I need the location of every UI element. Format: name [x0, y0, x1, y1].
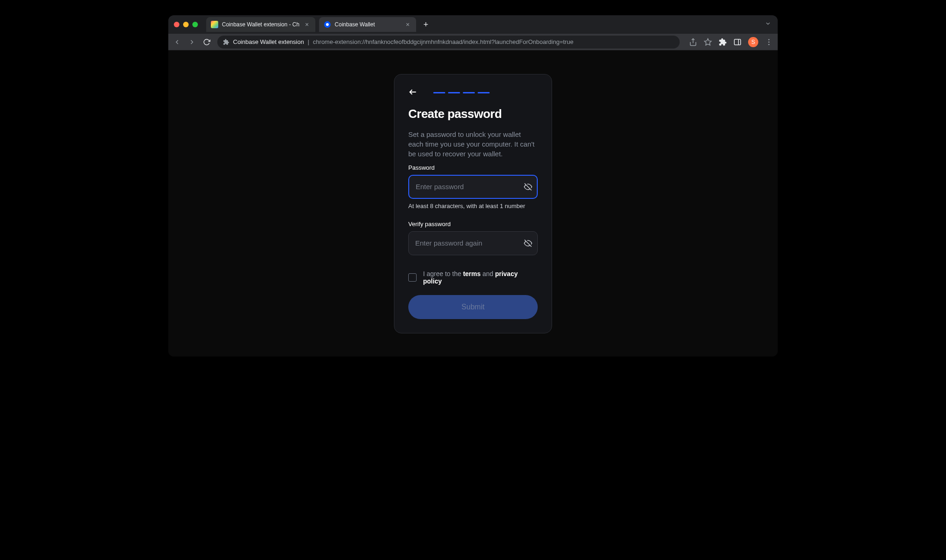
url-field[interactable]: Coinbase Wallet extension | chrome-exten…: [217, 36, 680, 49]
window-minimize-button[interactable]: [183, 22, 189, 27]
progress-step: [463, 92, 475, 93]
tab-title: Coinbase Wallet: [335, 21, 400, 28]
browser-tab-coinbase[interactable]: Coinbase Wallet ×: [319, 17, 416, 32]
content-area: Create password Set a password to unlock…: [168, 50, 778, 357]
addr-bar-actions: S: [686, 37, 773, 47]
extensions-icon[interactable]: [719, 38, 727, 46]
url-path: chrome-extension://hnfanknocfeofbddgcijn…: [313, 38, 573, 45]
star-icon[interactable]: [704, 38, 712, 46]
agree-prefix: I agree to the: [423, 270, 463, 277]
chrome-store-favicon-icon: [211, 21, 218, 28]
verify-password-input[interactable]: [408, 231, 538, 255]
url-site-title: Coinbase Wallet extension: [233, 38, 304, 45]
window-controls: [174, 22, 198, 27]
agree-text: I agree to the terms and privacy policy: [423, 270, 538, 285]
browser-tab-store[interactable]: Coinbase Wallet extension - Ch ×: [206, 17, 315, 32]
svg-rect-2: [734, 39, 741, 45]
submit-button[interactable]: Submit: [408, 295, 538, 319]
progress-step: [448, 92, 460, 93]
create-password-card: Create password Set a password to unlock…: [394, 74, 552, 333]
svg-point-5: [768, 41, 770, 43]
page-title: Create password: [408, 107, 538, 121]
progress-indicator: [433, 92, 490, 93]
verify-block: Verify password: [408, 221, 538, 255]
tab-strip: Coinbase Wallet extension - Ch × Coinbas…: [168, 15, 778, 34]
svg-marker-1: [705, 38, 712, 45]
close-tab-button[interactable]: ×: [303, 20, 311, 29]
toggle-password-visibility-icon[interactable]: [524, 183, 532, 191]
toggle-verify-visibility-icon[interactable]: [524, 239, 532, 247]
verify-input-wrap: [408, 231, 538, 255]
extension-icon: [223, 39, 229, 45]
coinbase-favicon-icon: [324, 21, 331, 28]
agree-connector: and: [481, 270, 495, 277]
page-subtitle: Set a password to unlock your wallet eac…: [408, 129, 538, 159]
forward-button[interactable]: [188, 38, 196, 46]
agree-checkbox[interactable]: [408, 273, 417, 282]
window-close-button[interactable]: [174, 22, 179, 27]
verify-label: Verify password: [408, 221, 538, 228]
agree-row: I agree to the terms and privacy policy: [408, 270, 538, 285]
profile-initial: S: [751, 39, 755, 45]
password-hint: At least 8 characters, with at least 1 n…: [408, 203, 538, 209]
window-maximize-button[interactable]: [192, 22, 198, 27]
profile-avatar[interactable]: S: [748, 37, 758, 47]
progress-step: [478, 92, 490, 93]
password-input[interactable]: [408, 175, 538, 199]
browser-window: Coinbase Wallet extension - Ch × Coinbas…: [168, 15, 778, 357]
terms-link[interactable]: terms: [463, 270, 480, 277]
svg-point-4: [768, 39, 770, 40]
share-icon[interactable]: [689, 38, 697, 46]
svg-point-6: [768, 43, 770, 45]
url-separator: |: [307, 38, 309, 45]
back-button[interactable]: [173, 38, 181, 46]
password-label: Password: [408, 164, 538, 171]
address-bar: Coinbase Wallet extension | chrome-exten…: [168, 34, 778, 50]
side-panel-icon[interactable]: [733, 38, 742, 46]
tab-title: Coinbase Wallet extension - Ch: [222, 21, 300, 28]
card-header: [408, 87, 538, 98]
kebab-menu-icon[interactable]: [765, 38, 773, 46]
tabs-dropdown-button[interactable]: [765, 20, 778, 29]
reload-button[interactable]: [203, 38, 211, 46]
back-arrow-button[interactable]: [408, 87, 418, 98]
close-tab-button[interactable]: ×: [404, 20, 412, 29]
password-input-wrap: [408, 175, 538, 199]
new-tab-button[interactable]: +: [420, 20, 432, 30]
progress-step: [433, 92, 445, 93]
